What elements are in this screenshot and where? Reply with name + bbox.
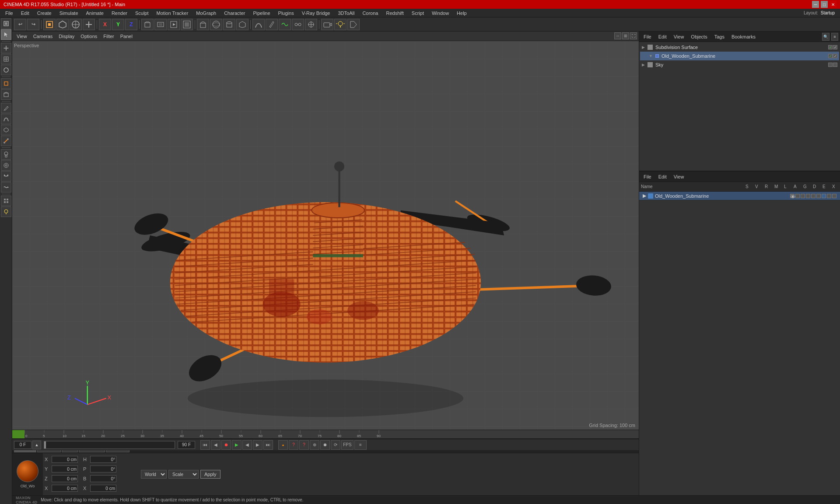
attr-solo-icon[interactable]	[811, 194, 816, 198]
coord-z-pos-input[interactable]	[52, 475, 78, 482]
tool-magnet[interactable]	[1, 171, 11, 182]
viewport[interactable]: View Cameras Display Options Filter Pane…	[12, 32, 639, 495]
motion-btn[interactable]: ⊕	[310, 440, 319, 450]
tool-lamp[interactable]	[1, 206, 11, 217]
menu-plugins[interactable]: Plugins	[275, 10, 298, 17]
redo-button[interactable]: ↪	[27, 19, 39, 30]
close-button[interactable]: ✕	[830, 1, 836, 8]
tool-grid[interactable]	[1, 196, 11, 206]
select-spline-btn[interactable]	[70, 19, 82, 30]
fps-btn[interactable]: FPS	[341, 440, 354, 450]
record-btn[interactable]: ⏺	[221, 440, 231, 450]
tool-polygon[interactable]	[1, 125, 11, 135]
objects-view-menu[interactable]: View	[671, 33, 687, 40]
spline-tools-btn[interactable]	[252, 19, 265, 30]
attr-tag-icon[interactable]	[822, 194, 826, 198]
add-sphere-btn[interactable]	[210, 19, 222, 30]
select-mesh-btn[interactable]	[56, 19, 69, 30]
menu-create[interactable]: Create	[34, 10, 55, 17]
attr-vis-icon[interactable]: 👁	[790, 194, 794, 198]
menu-3dtoall[interactable]: 3DToAll	[334, 10, 358, 17]
timeline-scrubber[interactable]	[44, 441, 175, 449]
objects-objects-menu[interactable]: Objects	[688, 33, 710, 40]
scale-dropdown[interactable]: Scale Absolute	[168, 470, 199, 479]
viewport-canvas[interactable]: X Y Z Perspective Grid Spacing: 100 cm	[12, 41, 639, 430]
select-plus-btn[interactable]	[83, 19, 95, 30]
obj-check-sky-1[interactable]	[828, 63, 833, 67]
current-frame-input[interactable]	[14, 441, 32, 449]
axis-x-btn[interactable]: X	[99, 19, 111, 30]
minimize-button[interactable]: ─	[812, 1, 819, 8]
fields-btn[interactable]	[305, 19, 317, 30]
vp-menu-display[interactable]: Display	[56, 33, 77, 40]
coord-y-pos-input[interactable]	[52, 466, 78, 472]
play-forward-btn[interactable]: ▶	[232, 440, 242, 450]
attr-pos-icon[interactable]	[816, 194, 821, 198]
menu-render[interactable]: Render	[108, 10, 131, 17]
tool-transform[interactable]	[1, 78, 11, 89]
keyframe-btn[interactable]: ⬥	[278, 440, 288, 450]
coord-sx2-input[interactable]	[90, 485, 116, 492]
attr-motion-icon[interactable]	[801, 194, 805, 198]
axis-y-btn[interactable]: Y	[112, 19, 124, 30]
objects-bookmarks-menu[interactable]: Bookmarks	[729, 33, 758, 40]
mograph-btn[interactable]	[292, 19, 304, 30]
render-final-btn[interactable]	[181, 19, 193, 30]
menu-animate[interactable]: Animate	[83, 10, 107, 17]
render-preview-btn[interactable]	[168, 19, 180, 30]
obj-check-sky-2[interactable]	[833, 63, 837, 67]
tool-mode-object[interactable]	[1, 18, 11, 29]
world-dropdown[interactable]: World Object	[141, 470, 167, 479]
viewport-options-btn[interactable]: ⊞	[622, 32, 629, 39]
vp-menu-filter[interactable]: Filter	[101, 33, 116, 40]
tool-select[interactable]	[1, 29, 11, 40]
select-model-btn[interactable]	[43, 19, 56, 30]
help-btn[interactable]: ?	[289, 440, 298, 450]
next-frame-btn[interactable]: ▶	[253, 440, 262, 450]
maximize-button[interactable]: □	[821, 1, 828, 8]
record2-btn[interactable]: ⏺	[320, 440, 330, 450]
attr-item-submarine[interactable]: ▶ Old_Wooden_Submarine 👁	[639, 192, 840, 200]
menu-pipeline[interactable]: Pipeline	[249, 10, 273, 17]
objects-search-btn[interactable]: 🔍	[822, 33, 830, 41]
tool-rotate[interactable]	[1, 65, 11, 75]
tag-btn[interactable]	[347, 19, 360, 30]
prev-frame-btn[interactable]: ◀	[211, 440, 220, 450]
menu-simulate[interactable]: Simulate	[56, 10, 82, 17]
attr-file-menu[interactable]: File	[641, 173, 654, 180]
help2-btn[interactable]: ?	[299, 440, 309, 450]
menu-character[interactable]: Character	[220, 10, 248, 17]
object-item-sky[interactable]: ▶ Sky	[640, 60, 839, 69]
deformer-btn[interactable]	[279, 19, 291, 30]
viewport-expand-btn[interactable]: ↔	[614, 32, 621, 39]
obj-check-1[interactable]: ✓	[828, 45, 833, 49]
tool-edge[interactable]	[1, 136, 11, 146]
attr-edit-menu[interactable]: Edit	[656, 173, 669, 180]
object-item-submarine[interactable]: ▼ Old_Wooden_Submarine ✓ ✓	[640, 52, 839, 60]
obj-check-2[interactable]: ✓	[833, 45, 837, 49]
attr-view-menu[interactable]: View	[671, 173, 687, 180]
menu-motion-tracker[interactable]: Motion Tracker	[153, 10, 192, 17]
tool-spline[interactable]	[1, 114, 11, 124]
objects-filter-btn[interactable]: ≡	[831, 33, 838, 41]
obj-check-sub-1[interactable]: ✓	[828, 54, 833, 58]
play-reverse-btn[interactable]: ◀	[242, 440, 252, 450]
apply-button[interactable]: Apply	[200, 470, 220, 479]
add-cube-btn[interactable]	[197, 19, 209, 30]
timeline-options-btn[interactable]: ≡	[354, 440, 367, 450]
vp-menu-view[interactable]: View	[14, 33, 30, 40]
obj-check-sub-2[interactable]: ✓	[833, 54, 837, 58]
tool-scale[interactable]	[1, 54, 11, 64]
axis-z-btn[interactable]: Z	[125, 19, 137, 30]
coord-sx-input[interactable]	[52, 485, 78, 492]
end-frame-input[interactable]	[178, 441, 195, 449]
menu-corona[interactable]: Corona	[359, 10, 382, 17]
tool-draw[interactable]	[1, 103, 11, 113]
menu-file[interactable]: File	[2, 10, 17, 17]
attr-lock-icon[interactable]	[806, 194, 810, 198]
menu-window[interactable]: Window	[428, 10, 452, 17]
vp-menu-options[interactable]: Options	[78, 33, 100, 40]
go-to-start-btn[interactable]: ⏮	[200, 440, 210, 450]
camera-btn[interactable]	[321, 19, 333, 30]
menu-vray[interactable]: V-Ray Bridge	[298, 10, 334, 17]
